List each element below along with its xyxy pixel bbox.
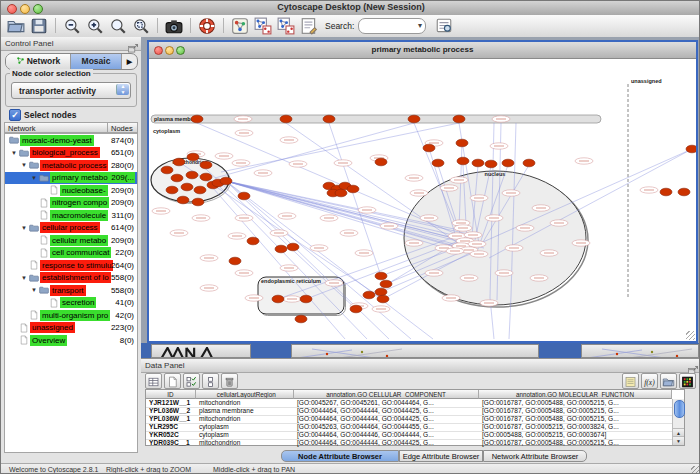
expand-arrow-icon[interactable]: ▼ xyxy=(31,172,37,185)
annotation-button[interactable] xyxy=(300,17,318,35)
graph-node[interactable] xyxy=(523,159,535,167)
tree-row-response-to-stimulu[interactable]: response to stimulu264(0) xyxy=(5,259,137,272)
graph-node[interactable] xyxy=(678,188,690,196)
tree-row-unassigned[interactable]: unassigned223(0) xyxy=(5,322,137,335)
graph-node[interactable] xyxy=(453,115,465,123)
tree-row-secretion[interactable]: secretion41(0) xyxy=(5,297,137,310)
save-button[interactable] xyxy=(30,17,48,35)
scroll-down-button[interactable]: ▼ xyxy=(673,436,684,445)
graph-node[interactable] xyxy=(166,186,178,194)
open-button[interactable] xyxy=(7,17,25,35)
graph-node[interactable] xyxy=(457,157,469,165)
table-column-header[interactable]: annotation.GO MOLECULAR_FUNCTION xyxy=(479,390,672,399)
table-scrollbar[interactable]: ▲ ▼ xyxy=(672,399,684,445)
graph-node[interactable] xyxy=(186,171,198,179)
unselect-attributes-button[interactable] xyxy=(202,373,219,389)
graph-node[interactable] xyxy=(686,145,696,153)
graph-node[interactable] xyxy=(275,245,287,253)
graph-node[interactable] xyxy=(272,295,284,303)
select-attributes-button[interactable] xyxy=(183,373,200,389)
table-column-header[interactable]: annotation.GO CELLULAR_COMPONENT xyxy=(294,390,479,399)
tab-network-attribute-browser[interactable]: Network Attribute Browser xyxy=(483,450,587,462)
tree-row-cellular-metabo[interactable]: cellular metabo209(0) xyxy=(5,234,137,247)
network-canvas[interactable]: plasma membranecytoplasmmitochondrionnuc… xyxy=(149,58,696,341)
graph-node[interactable] xyxy=(380,280,392,288)
graph-node[interactable] xyxy=(375,272,387,280)
graph-node[interactable] xyxy=(375,158,387,166)
tree-row-overview[interactable]: Overview8(0) xyxy=(5,334,137,347)
tree-row-establishment-of-lo[interactable]: ▼establishment of lo558(0) xyxy=(5,272,137,285)
scrollbar-thumb[interactable] xyxy=(674,400,685,418)
tab-node-attribute-browser[interactable]: Node Attribute Browser xyxy=(281,450,399,462)
tree-row-nitrogen-compo[interactable]: nitrogen compo209(0) xyxy=(5,197,137,210)
graph-node[interactable] xyxy=(363,291,375,299)
expand-arrow-icon[interactable]: ▼ xyxy=(21,159,27,172)
expand-arrow-icon[interactable]: ▼ xyxy=(11,147,17,160)
expand-arrow-icon[interactable]: ▼ xyxy=(21,222,27,235)
more-tabs-arrow-icon[interactable]: ▶ xyxy=(122,54,137,69)
advanced-search-button[interactable] xyxy=(435,17,453,35)
table-column-header[interactable]: ID xyxy=(146,390,196,399)
graph-node[interactable] xyxy=(229,257,241,265)
attribute-heatmap-button[interactable] xyxy=(679,373,696,389)
zoom-in-button[interactable] xyxy=(86,17,104,35)
graph-node[interactable] xyxy=(335,189,347,197)
vizmapper-button[interactable] xyxy=(231,17,249,35)
control-panel-header[interactable]: Control Panel xyxy=(1,37,141,51)
tree-row-mosaic-demo-yeast[interactable]: mosaic-demo-yeast874(0) xyxy=(5,134,137,147)
tree-row-nucleobase-[interactable]: nucleobase-209(0) xyxy=(5,184,137,197)
attribute-notes-button[interactable] xyxy=(622,373,639,389)
expand-arrow-icon[interactable]: ▼ xyxy=(21,272,27,285)
graph-node[interactable] xyxy=(238,192,250,200)
graph-node[interactable] xyxy=(177,196,189,204)
tree-row-transport[interactable]: ▼transport558(0) xyxy=(5,284,137,297)
app-resize-grip[interactable] xyxy=(691,466,700,474)
graph-node[interactable] xyxy=(300,295,312,303)
tree-row-metabolic-process[interactable]: ▼metabolic process280(0) xyxy=(5,159,137,172)
graph-node[interactable] xyxy=(200,173,212,181)
tab-edge-attribute-browser[interactable]: Edge Attribute Browser xyxy=(399,450,483,462)
snapshot-button[interactable] xyxy=(165,17,183,35)
delete-attribute-button[interactable] xyxy=(221,373,238,389)
graph-node[interactable] xyxy=(171,174,183,182)
graph-node[interactable] xyxy=(456,139,468,147)
graph-node[interactable] xyxy=(200,161,212,169)
graph-node[interactable] xyxy=(408,115,420,123)
zoom-selected-button[interactable] xyxy=(132,17,150,35)
graph-node[interactable] xyxy=(220,177,232,185)
graph-node[interactable] xyxy=(187,153,199,161)
tree-column-nodes[interactable]: Nodes xyxy=(107,122,138,133)
region-plasma-membrane[interactable] xyxy=(151,115,601,123)
create-attribute-button[interactable] xyxy=(164,373,181,389)
function-builder-button[interactable]: f(x) xyxy=(641,373,658,389)
tree-row-primary-metabo[interactable]: ▼primary metabo209(... xyxy=(5,172,137,185)
graph-node[interactable] xyxy=(347,185,359,193)
network-window-titlebar[interactable]: primary metabolic process xyxy=(149,42,696,59)
graph-node[interactable] xyxy=(502,159,514,167)
graph-node[interactable] xyxy=(280,115,292,123)
graph-node[interactable] xyxy=(295,315,307,323)
graph-node[interactable] xyxy=(191,115,203,123)
graph-node[interactable] xyxy=(194,186,206,194)
tree-row-cell-communicat[interactable]: cell communicat22(0) xyxy=(5,247,137,260)
network-overlay-b-button[interactable] xyxy=(277,17,295,35)
tab-mosaic[interactable]: Mosaic xyxy=(71,54,122,69)
search-dropdown-arrow-icon[interactable]: ▾ xyxy=(418,21,422,30)
float-panel-icon[interactable] xyxy=(128,39,138,48)
float-panel-icon[interactable] xyxy=(688,361,698,370)
graph-node[interactable] xyxy=(192,198,204,206)
expand-arrow-icon[interactable]: ▼ xyxy=(31,284,37,297)
tree-column-network[interactable]: Network xyxy=(4,122,108,133)
window-titlebar[interactable]: Cytoscape Desktop (New Session) xyxy=(1,1,700,16)
table-column-header[interactable]: _cellularLayoutRegion xyxy=(196,390,294,399)
tree-row-macromolecule[interactable]: macromolecule311(0) xyxy=(5,209,137,222)
tree-row-multi-organism-pro[interactable]: multi-organism pro42(0) xyxy=(5,309,137,322)
table-row-ydr039c__1[interactable]: YDR039C__1mitochondrion[GO:0044464, GO:0… xyxy=(146,439,672,448)
graph-node[interactable] xyxy=(323,115,335,123)
graph-node[interactable] xyxy=(423,144,435,152)
graph-node[interactable] xyxy=(377,295,389,303)
graph-node[interactable] xyxy=(161,166,173,174)
tab-network[interactable]: Network xyxy=(6,54,71,69)
search-input[interactable]: ▾ xyxy=(358,18,426,34)
window-resize-grip[interactable] xyxy=(686,331,695,340)
